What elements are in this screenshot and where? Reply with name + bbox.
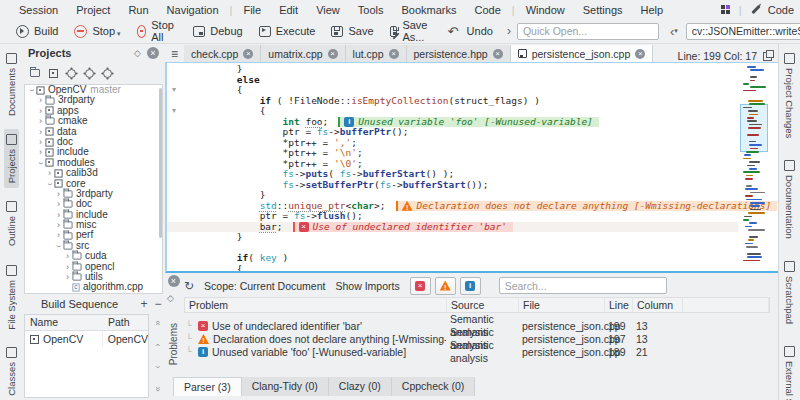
chevron-right-icon[interactable]: › [54, 220, 63, 230]
column-header-name[interactable]: Name [25, 315, 103, 330]
menu-tools[interactable]: Tools [349, 4, 393, 16]
tree-item[interactable]: ›perf [25, 230, 162, 240]
menu-edit[interactable]: Edit [270, 4, 307, 16]
toolview-tab-scratchpad[interactable]: Scratchpad [782, 256, 797, 329]
tree-item[interactable]: ›doc [25, 137, 162, 147]
close-tab-icon[interactable]: × [328, 49, 338, 59]
chevron-right-icon[interactable]: › [36, 147, 45, 157]
toolview-tab-project-changes[interactable]: Project Changes [782, 48, 797, 143]
undo-button[interactable]: ↶ Undo [440, 20, 501, 42]
chevron-right-icon[interactable]: › [54, 189, 63, 199]
column-header-file[interactable]: File [519, 298, 605, 312]
fold-marker-icon[interactable]: ▾ [172, 106, 176, 115]
refresh-icon[interactable]: ↻ [184, 279, 194, 293]
menu-project[interactable]: Project [67, 4, 119, 16]
menu-session[interactable]: Session [10, 4, 67, 16]
menu-help[interactable]: Help [632, 4, 673, 16]
tree-item[interactable]: ›3rdparty [25, 95, 162, 105]
menu-code[interactable]: Code [466, 4, 510, 16]
document-list-icon[interactable]: ≡ [165, 47, 184, 62]
editor-tab-persistence_json.cpp[interactable]: persistence_json.cpp× [511, 45, 654, 62]
tree-scrollbar[interactable] [159, 88, 162, 238]
filter-warnings-button[interactable]: ! [435, 277, 456, 295]
chevron-right-icon[interactable]: › [54, 199, 63, 209]
chevron-down-icon[interactable]: › [53, 242, 63, 251]
chevron-right-icon[interactable]: › [54, 230, 63, 240]
menu-settings[interactable]: Settings [574, 4, 632, 16]
move-to-top-button[interactable]: « [153, 316, 163, 330]
editor-tab-check.cpp[interactable]: check.cpp× [184, 45, 261, 62]
chevron-right-icon[interactable]: › [36, 95, 45, 105]
editor-tab-persistence.hpp[interactable]: persistence.hpp× [407, 45, 511, 62]
debug-button[interactable]: Debug [185, 20, 250, 42]
area-switcher-icon[interactable] [721, 5, 730, 14]
execute-button[interactable]: Execute [251, 20, 324, 42]
chevron-down-icon[interactable]: ▾ [674, 27, 678, 35]
menu-navigation[interactable]: Navigation [158, 4, 228, 16]
editor-tab-umatrix.cpp[interactable]: umatrix.cpp× [261, 45, 345, 62]
split-view-icon[interactable] [763, 52, 772, 61]
chevron-right-icon[interactable]: › [63, 251, 72, 261]
build-sequence-row[interactable]: OpenCV OpenCV [25, 331, 148, 347]
toolview-tab-classes[interactable]: Classes [4, 342, 19, 400]
chevron-right-icon[interactable]: › [63, 272, 72, 282]
column-header-line[interactable]: Line [605, 298, 633, 312]
toolview-tab-documentation[interactable]: Documentation [782, 155, 797, 244]
chevron-down-icon[interactable]: ▾ [117, 30, 121, 38]
build-settings-button[interactable] [103, 69, 112, 78]
column-header-problem[interactable]: Problem [185, 298, 447, 312]
configure-dependencies-button[interactable] [85, 69, 94, 78]
close-panel-icon[interactable]: × [168, 275, 180, 287]
chevron-right-icon[interactable]: › [54, 210, 63, 220]
close-tab-icon[interactable]: × [243, 49, 253, 59]
menu-view[interactable]: View [307, 4, 349, 16]
checker-tab-parser-3-[interactable]: Parser (3) [173, 377, 242, 396]
code-folding-gutter[interactable]: ▾▾ [167, 64, 191, 271]
filter-hints-button[interactable]: i [460, 277, 481, 295]
detach-panel-icon[interactable]: ◇ [134, 48, 141, 58]
checker-tab-cppcheck-0-[interactable]: Cppcheck (0) [392, 377, 475, 396]
editor-tab-lut.cpp[interactable]: lut.cpp× [346, 45, 407, 62]
checker-tab-clazy-0-[interactable]: Clazy (0) [329, 377, 392, 396]
tree-item[interactable]: algorithm.cpp [25, 282, 162, 292]
tree-item[interactable]: ›cmake [25, 116, 162, 126]
column-header-column[interactable]: Column [633, 298, 683, 312]
build-button[interactable]: Build [8, 20, 66, 42]
column-header-source[interactable]: Source [447, 298, 519, 312]
close-tab-icon[interactable]: × [493, 49, 503, 59]
quick-open-input[interactable] [517, 23, 659, 40]
toolbar-overflow-chevron-icon[interactable]: › [501, 24, 517, 38]
chevron-right-icon[interactable]: › [36, 116, 45, 126]
checker-tab-clang-tidy-0-[interactable]: Clang-Tidy (0) [242, 377, 329, 396]
close-tab-icon[interactable]: × [635, 49, 645, 59]
filter-errors-button[interactable]: × [410, 277, 431, 295]
code-text[interactable]: } else { if ( !FileNode::isEmptyCollecti… [191, 64, 738, 273]
tree-item[interactable]: ›3rdparty [25, 189, 162, 199]
symbol-combobox[interactable] [686, 23, 800, 40]
chevron-right-icon[interactable]: › [36, 106, 45, 116]
toolview-tab-file-system[interactable]: File System [4, 260, 19, 335]
tree-item[interactable]: ›calib3d [25, 168, 162, 178]
move-to-bottom-button[interactable]: » [153, 382, 163, 396]
session-area-label[interactable]: Code [768, 4, 794, 16]
code-editor[interactable]: ▾▾ } else { if ( !FileNode::isEmptyColle… [165, 62, 778, 273]
chevron-down-icon[interactable]: › [26, 86, 36, 95]
menu-file[interactable]: File [234, 4, 270, 16]
problems-search-input[interactable] [499, 277, 667, 294]
move-up-button[interactable]: ‹ [153, 338, 163, 352]
chevron-down-icon[interactable]: › [44, 179, 54, 188]
chevron-right-icon[interactable]: › [45, 168, 54, 178]
build-target-button[interactable] [49, 69, 58, 78]
menu-bookmarks[interactable]: Bookmarks [392, 4, 465, 16]
save-as-button[interactable]: Save As... [382, 20, 440, 42]
project-tree[interactable]: ›OpenCVmaster›3rdparty›apps›cmake›data›d… [24, 84, 163, 294]
column-header-path[interactable]: Path [103, 315, 130, 330]
show-imports-toggle[interactable]: Show Imports [335, 280, 399, 292]
toolview-tab-projects[interactable]: Projects [4, 129, 19, 188]
stop-all-button[interactable]: Stop All [129, 20, 186, 42]
save-button[interactable]: Save [323, 20, 381, 42]
scope-selector[interactable]: Scope: Current Document [204, 280, 325, 292]
toolview-tab-outline[interactable]: Outline [4, 196, 19, 251]
open-project-button[interactable] [30, 69, 40, 77]
toolview-tab-documents[interactable]: Documents [4, 48, 19, 121]
